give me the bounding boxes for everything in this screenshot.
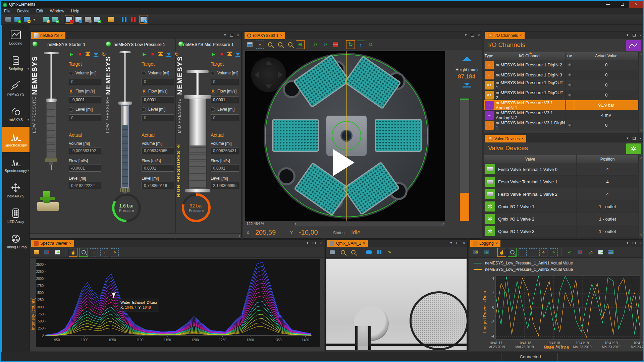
home-rotation-icon[interactable]: ↺ (367, 41, 375, 49)
menu-device[interactable]: Device (14, 8, 33, 14)
tab-valve-devices[interactable]: ✲ Valve Devices× (485, 135, 526, 142)
sidebar-item-tubing-pump[interactable]: Tubing Pump (2, 229, 30, 254)
close-panel-icon[interactable]: × (237, 33, 239, 37)
pin-panel-icon[interactable]: ▾ (224, 33, 226, 37)
channel-on-toggle[interactable] (568, 73, 572, 77)
sidebar-item-spectroscopy-2[interactable]: Spectroscopy (2, 152, 30, 178)
panel-view-icon[interactable] (246, 41, 254, 49)
pin-panel-icon[interactable]: ▾ (627, 136, 629, 140)
table-row[interactable]: ⎍ neMESYS Mid Pressure 1 DigIN 2 0 (484, 60, 639, 70)
log-config-icon[interactable]: ⚙ (472, 248, 480, 256)
sidebar-item-rotaxys[interactable]: rotAXYS (2, 101, 30, 127)
annotate-icon[interactable]: ✎ (386, 248, 394, 256)
export-chart-icon[interactable]: ➜ (597, 248, 605, 256)
close-tab-icon[interactable]: × (363, 241, 365, 246)
target-volume-radio[interactable] (69, 71, 73, 75)
fit-all-icon[interactable]: ✥ (539, 248, 547, 256)
close-tab-icon[interactable]: × (280, 33, 282, 38)
syringe-pumps-red-icon[interactable] (130, 15, 138, 23)
clear-chart-icon[interactable]: ✗ (43, 248, 51, 256)
table-row[interactable]: ✲Qmix I/O 1 Valve 2 1 - outlet (484, 213, 639, 225)
channel-on-toggle[interactable] (568, 93, 572, 97)
zoom-out-icon[interactable]: − (286, 41, 294, 49)
target-level-input[interactable]: 0 (142, 114, 174, 121)
target-level-radio[interactable] (142, 107, 146, 112)
syringe-pumps-blue-icon[interactable] (121, 15, 129, 23)
clear-chart-icon[interactable]: ✗ (576, 248, 584, 256)
legend-item[interactable]: neMESYS_Low_Pressure_1_AnIN1.Actual Valu… (474, 260, 573, 266)
height-slider[interactable] (460, 98, 470, 231)
sidebar-item-led-array[interactable]: LED Array (2, 203, 30, 229)
scroll-down-icon[interactable]: ˅ (640, 233, 642, 237)
close-tab-icon[interactable]: × (495, 241, 498, 246)
float-panel-icon[interactable] (633, 242, 636, 244)
zoom-in-icon[interactable] (349, 248, 357, 256)
start-button[interactable]: ▶ (211, 51, 216, 57)
float-panel-icon[interactable] (633, 34, 636, 37)
fill-syringe-button[interactable] (93, 51, 99, 57)
menu-file[interactable]: File (1, 8, 14, 14)
column-actual-value[interactable]: Actual Value (574, 52, 639, 60)
viewport-scrollbar[interactable]: ‹ › (293, 222, 445, 226)
close-button[interactable]: × (629, 1, 643, 8)
menu-window[interactable]: Window (47, 8, 68, 14)
target-flow-input[interactable]: 0,0001 (211, 96, 239, 103)
close-tab-icon[interactable]: × (520, 33, 522, 38)
column-io-channel[interactable]: I/O Channel (494, 52, 566, 60)
close-panel-icon[interactable]: × (320, 241, 322, 245)
toolbar-dropdown-caret[interactable]: ▾ (32, 15, 36, 23)
script-run-icon[interactable]: ▶ (93, 15, 101, 23)
pin-panel-icon[interactable]: ▾ (627, 241, 629, 245)
empty-syringe-button[interactable] (158, 51, 163, 57)
channel-on-toggle[interactable] (568, 63, 572, 67)
log-start-icon[interactable]: ▶ (482, 248, 490, 256)
close-panel-icon[interactable]: × (640, 136, 642, 140)
empty-syringe-button[interactable] (85, 51, 91, 57)
scroll-right-icon[interactable]: › (442, 221, 444, 226)
target-flow-input[interactable]: -0,0001 (69, 96, 101, 103)
table-row[interactable]: 0 1 neMESYS Mid Pressure 1 DigOUT 2 0 (484, 90, 639, 100)
scroll-left-icon[interactable]: ‹ (295, 221, 296, 226)
rotary-table-view[interactable] (245, 51, 445, 221)
float-panel-icon[interactable] (471, 34, 474, 37)
pin-panel-icon[interactable]: ▾ (627, 33, 629, 37)
camera-image[interactable] (326, 259, 467, 350)
menu-edit[interactable]: Edit (33, 8, 47, 14)
target-volume-radio[interactable] (211, 71, 215, 75)
close-panel-icon[interactable]: × (640, 241, 642, 245)
camera-settings-icon[interactable] (328, 248, 336, 256)
open-spectra-icon[interactable] (33, 248, 41, 256)
target-position-icon[interactable]: ⊕ (296, 41, 304, 49)
menu-help[interactable]: Help (67, 8, 83, 14)
float-panel-icon[interactable] (633, 137, 636, 140)
process-run-icon[interactable]: ▶ (51, 15, 59, 23)
table-row[interactable]: ∿ neMESYS Mid Pressure V3 1 AnalogIN 2 4… (484, 110, 639, 120)
minimize-button[interactable]: — (601, 1, 615, 8)
target-volume-radio[interactable] (142, 71, 146, 75)
target-flow-input[interactable]: 0,0001 (142, 96, 174, 103)
fit-vertical-icon[interactable]: ↕ (100, 248, 108, 256)
zoom-100-icon[interactable] (266, 41, 274, 49)
fit-all-icon[interactable]: ✥ (111, 248, 119, 256)
close-panel-icon[interactable]: × (463, 241, 465, 245)
sidebar-item-logging[interactable]: Logging (2, 25, 30, 50)
table-row[interactable]: ✲Qmix I/O 1 Valve 1 1 - outlet (484, 200, 639, 213)
tab-logging[interactable]: Logging× (470, 240, 500, 247)
record-video-icon[interactable] (375, 248, 383, 256)
pan-tool-icon[interactable]: ✥ (550, 248, 558, 256)
scroll-right-icon[interactable]: › (239, 234, 240, 238)
sidebar-item-scripting[interactable]: Scripting (2, 50, 30, 76)
table-row[interactable]: ⎍ neMESYS Mid Pressure V3 1 DigIN 1 0 (484, 120, 639, 130)
zoom-tool-icon[interactable] (79, 248, 88, 256)
view-wizard-icon[interactable]: ★ (23, 15, 31, 23)
add-waypoint-icon[interactable]: ⤴+ (311, 41, 319, 49)
float-panel-icon[interactable] (313, 242, 316, 244)
zoom-in-icon[interactable]: + (276, 41, 284, 49)
tab-nemesys[interactable]: neMESYS× (31, 32, 65, 39)
script-pause-icon[interactable]: ‖ (84, 15, 92, 23)
fit-vertical-icon[interactable]: ↕ (529, 248, 537, 256)
connect-device-icon[interactable] (4, 15, 12, 23)
close-tab-icon[interactable]: × (69, 241, 71, 246)
tab-spectra-viewer[interactable]: Spectra Viewer× (31, 240, 74, 247)
target-level-input[interactable]: 0 (211, 114, 239, 121)
